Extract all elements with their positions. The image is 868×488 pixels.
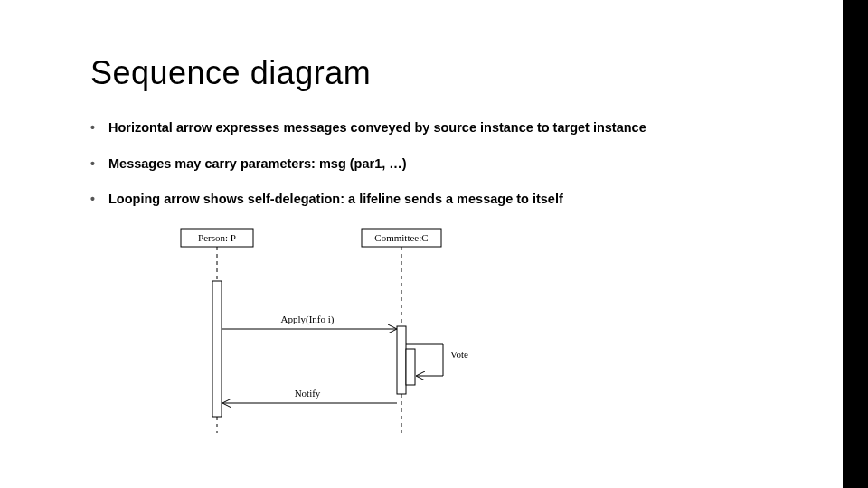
slide-content: Sequence diagram Horizontal arrow expres… bbox=[0, 0, 843, 488]
bullet-list: Horizontal arrow expresses messages conv… bbox=[90, 119, 770, 209]
activation-committee-nested bbox=[406, 349, 415, 385]
message-vote-label: Vote bbox=[450, 349, 468, 360]
bullet-item: Messages may carry parameters: msg (par1… bbox=[90, 155, 770, 174]
bullet-item: Horizontal arrow expresses messages conv… bbox=[90, 119, 770, 137]
lifeline-label-committee: Committee:C bbox=[374, 232, 428, 243]
activation-person bbox=[212, 281, 222, 417]
lifeline-label-person: Person: P bbox=[198, 232, 236, 243]
sequence-svg: Person: P Committee:C Apply(Info i) bbox=[163, 227, 542, 435]
right-accent-bar bbox=[843, 0, 868, 488]
slide-title: Sequence diagram bbox=[90, 54, 770, 92]
sequence-diagram: Person: P Committee:C Apply(Info i) bbox=[163, 227, 770, 435]
message-notify-label: Notify bbox=[295, 388, 321, 399]
slide: Sequence diagram Horizontal arrow expres… bbox=[0, 0, 868, 488]
bullet-item: Looping arrow shows self-delegation: a l… bbox=[90, 191, 770, 209]
message-apply-label: Apply(Info i) bbox=[281, 314, 335, 325]
activation-committee bbox=[397, 326, 406, 394]
